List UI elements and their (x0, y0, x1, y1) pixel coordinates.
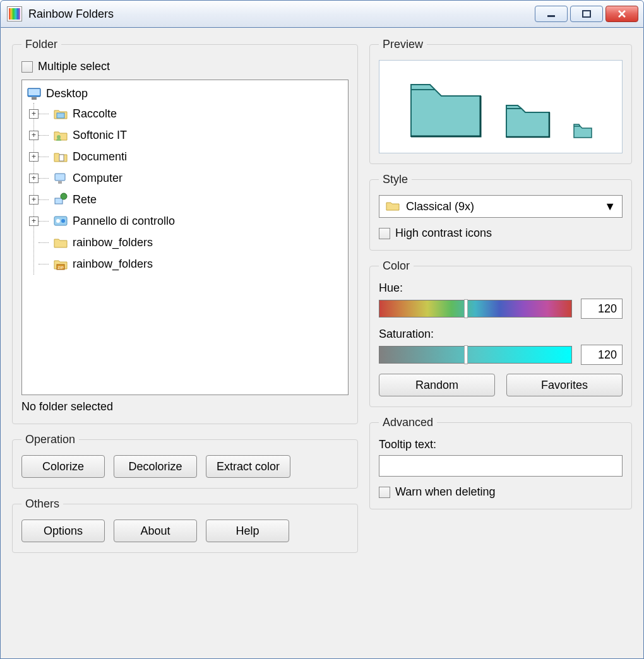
maximize-button[interactable] (570, 6, 603, 22)
multiple-select-checkbox[interactable]: Multiple select (21, 60, 349, 73)
window-title: Rainbow Folders (28, 8, 535, 21)
random-button[interactable]: Random (379, 374, 495, 396)
extract-color-button[interactable]: Extract color (206, 455, 290, 478)
folder-group: Folder Multiple select Desktop (12, 38, 358, 424)
tree-label: rainbow_folders (73, 258, 153, 271)
expand-icon[interactable]: + (29, 152, 39, 162)
options-button[interactable]: Options (21, 519, 105, 542)
style-selected: Classical (9x) (406, 200, 474, 213)
control-panel-icon (52, 214, 69, 228)
tree-label: Softonic IT (73, 129, 127, 142)
tree-item[interactable]: + Softonic IT (34, 124, 344, 146)
computer-icon (52, 171, 69, 185)
preview-legend: Preview (379, 38, 427, 51)
color-legend: Color (379, 259, 414, 273)
expand-icon[interactable]: + (29, 131, 39, 140)
decolorize-button[interactable]: Decolorize (114, 455, 197, 478)
tree-label: Desktop (46, 87, 88, 100)
folder-legend: Folder (21, 38, 61, 51)
style-group: Style Classical (9x) ▼ High contrast ico… (369, 173, 632, 251)
folder-status: No folder selected (21, 400, 349, 413)
zip-icon: ZIP (52, 257, 69, 271)
folder-icon (52, 235, 69, 249)
tooltip-input[interactable] (379, 455, 623, 477)
help-button[interactable]: Help (206, 519, 289, 542)
expand-icon[interactable]: + (29, 217, 39, 226)
advanced-group: Advanced Tooltip text: Warn when deletin… (369, 416, 632, 509)
svg-point-11 (61, 193, 67, 199)
high-contrast-checkbox[interactable]: High contrast icons (379, 227, 623, 240)
svg-point-14 (61, 219, 65, 223)
multiple-select-label: Multiple select (38, 60, 110, 73)
tree-label: Documenti (73, 150, 127, 163)
advanced-legend: Advanced (379, 416, 437, 429)
style-legend: Style (379, 173, 412, 186)
slider-thumb-icon[interactable] (464, 345, 468, 364)
tree-item[interactable]: + Documenti (34, 146, 344, 167)
expand-icon[interactable]: + (29, 109, 39, 119)
high-contrast-label: High contrast icons (395, 227, 492, 240)
hue-slider[interactable] (379, 300, 572, 318)
tree-item[interactable]: ZIP rainbow_folders (34, 253, 344, 275)
slider-thumb-icon[interactable] (464, 299, 468, 318)
checkbox-icon (21, 61, 33, 73)
about-button[interactable]: About (114, 519, 197, 542)
tree-root[interactable]: Desktop (26, 84, 344, 103)
folder-icon (386, 199, 400, 214)
folder-doc-icon (52, 150, 69, 163)
svg-rect-4 (32, 97, 37, 100)
window-controls (535, 6, 638, 22)
others-legend: Others (21, 497, 63, 511)
tree-item[interactable]: + Raccolte (34, 103, 344, 124)
tree-label: Computer (73, 172, 122, 185)
colorize-button[interactable]: Colorize (21, 455, 105, 478)
checkbox-icon (379, 487, 390, 498)
expand-icon[interactable]: + (29, 174, 39, 183)
svg-rect-3 (28, 89, 40, 95)
svg-rect-10 (55, 198, 63, 204)
warn-label: Warn when deleting (395, 485, 495, 499)
hue-label: Hue: (379, 282, 623, 295)
tree-item[interactable]: + Computer (34, 167, 344, 189)
chevron-down-icon: ▼ (604, 200, 616, 213)
close-button[interactable] (605, 6, 638, 22)
operation-group: Operation Colorize Decolorize Extract co… (12, 433, 358, 489)
svg-rect-8 (55, 174, 65, 181)
tree-item[interactable]: + Pannello di controllo (34, 210, 344, 232)
window-body: Folder Multiple select Desktop (0, 28, 644, 659)
preview-folder-large-icon (408, 81, 483, 139)
tree-item[interactable]: + Rete (34, 189, 344, 210)
tree-label: Raccolte (73, 107, 117, 121)
minimize-button[interactable] (535, 6, 568, 22)
preview-folder-small-icon (573, 122, 593, 139)
svg-rect-9 (58, 181, 62, 184)
folder-user-icon (52, 128, 69, 142)
tree-label: Pannello di controllo (73, 215, 175, 228)
tree-label: rainbow_folders (73, 236, 153, 249)
hue-input[interactable] (581, 299, 623, 319)
tree-children: + Raccolte + Softonic IT + (33, 103, 344, 275)
svg-rect-1 (583, 11, 590, 17)
saturation-input[interactable] (581, 345, 623, 365)
tree-label: Rete (73, 193, 97, 206)
app-icon (7, 6, 22, 21)
preview-group: Preview (369, 38, 632, 164)
saturation-slider[interactable] (379, 346, 572, 364)
favorites-button[interactable]: Favorites (506, 374, 623, 396)
title-bar: Rainbow Folders (0, 0, 644, 28)
style-dropdown[interactable]: Classical (9x) ▼ (379, 195, 623, 218)
tree-item[interactable]: rainbow_folders (34, 232, 344, 253)
saturation-label: Saturation: (379, 328, 623, 341)
folder-tree[interactable]: Desktop + Raccolte + Softonic I (21, 80, 349, 395)
svg-point-13 (56, 219, 60, 223)
svg-rect-0 (547, 15, 555, 17)
expand-icon[interactable]: + (29, 195, 39, 205)
others-group: Others Options About Help (12, 497, 358, 553)
svg-rect-7 (59, 155, 64, 161)
svg-rect-5 (57, 113, 64, 118)
folder-icon (52, 107, 69, 121)
preview-folder-medium-icon (504, 102, 551, 139)
network-icon (52, 193, 69, 206)
checkbox-icon (379, 228, 390, 239)
warn-deleting-checkbox[interactable]: Warn when deleting (379, 485, 623, 499)
